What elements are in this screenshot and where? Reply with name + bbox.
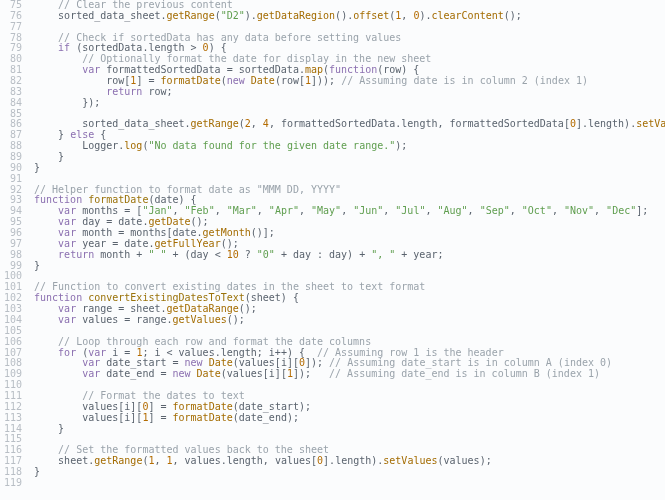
code-line[interactable]: } (34, 467, 665, 478)
token-keyword: return (58, 249, 94, 260)
token-punc: (); (221, 238, 239, 249)
token-punc: ]); (293, 368, 329, 379)
token-comment: // Format the dates to text (82, 390, 245, 401)
token-func: getRange (166, 10, 214, 21)
token-punc: (values); (437, 455, 491, 466)
code-line[interactable]: var date_end = new Date(values[i][1]); /… (34, 369, 665, 380)
token-punc: } (34, 466, 40, 477)
token-string: "Apr" (269, 205, 299, 216)
token-ident: values (82, 401, 118, 412)
token-punc: i = (106, 347, 136, 358)
token-keyword: else (70, 129, 94, 140)
token-ident: length (588, 118, 624, 129)
token-punc: , (401, 10, 413, 21)
token-ident: sheet (58, 455, 88, 466)
token-func: Date (251, 75, 275, 86)
token-func: offset (353, 10, 389, 21)
code-line[interactable]: return month + " " + (day < 10 ? "0" + d… (34, 250, 665, 261)
line-number: 77 (0, 22, 22, 33)
token-punc: ( (76, 347, 88, 358)
token-string: "Jul" (395, 205, 425, 216)
token-punc: , (594, 205, 606, 216)
token-punc: day = date. (76, 216, 148, 227)
token-punc: month + (94, 249, 148, 260)
token-punc: ) { (209, 42, 227, 53)
token-punc: month = months[date. (76, 227, 202, 238)
code-editor[interactable]: 7576777879808182838485868788899091929394… (0, 0, 665, 500)
code-line[interactable]: } (34, 163, 665, 174)
token-punc: ]); (305, 357, 329, 368)
token-comment: // Assuming date_end is in column B (ind… (329, 368, 600, 379)
token-punc: , (215, 205, 227, 216)
token-keyword: var (58, 205, 76, 216)
token-comment: // Clear the previous content (58, 0, 233, 10)
token-punc: (sheet) { (245, 292, 299, 303)
line-number: 84 (0, 98, 22, 109)
token-ident: length (335, 455, 371, 466)
code-line[interactable]: sheet.getRange(1, 1, values.length, valu… (34, 456, 665, 467)
code-line[interactable]: Logger.log("No data found for the given … (34, 141, 665, 152)
token-keyword: function (329, 64, 377, 75)
code-line[interactable]: sorted_data_sheet.getRange(2, 4, formatt… (34, 119, 665, 130)
code-line[interactable] (34, 478, 665, 489)
token-punc: date_start = (100, 357, 184, 368)
token-punc: (); (191, 216, 209, 227)
line-number: 105 (0, 326, 22, 337)
token-punc: ). (419, 10, 431, 21)
token-keyword: function (34, 194, 82, 205)
token-punc: + year; (395, 249, 443, 260)
token-string: "0" (257, 249, 275, 260)
token-func: getRange (94, 455, 142, 466)
token-punc: year = date. (76, 238, 154, 249)
token-punc: ]. (323, 455, 335, 466)
token-keyword: var (88, 347, 106, 358)
code-line[interactable]: values[i][1] = formatDate(date_end); (34, 413, 665, 424)
code-line[interactable]: } (34, 152, 665, 163)
token-punc: } (34, 260, 40, 271)
line-number-gutter: 7576777879808182838485868788899091929394… (0, 0, 30, 500)
token-punc: (); (227, 314, 245, 325)
code-line[interactable]: sorted_data_sheet.getRange("D2").getData… (34, 11, 665, 22)
code-area[interactable]: // Clear the previous content sorted_dat… (30, 0, 665, 500)
code-line[interactable]: }); (34, 98, 665, 109)
code-line[interactable]: } (34, 261, 665, 272)
token-punc: ? (239, 249, 257, 260)
line-number: 98 (0, 250, 22, 261)
line-number: 119 (0, 478, 22, 489)
token-keyword: return (106, 86, 142, 97)
token-func: setValues (383, 455, 437, 466)
token-string: "Aug" (437, 205, 467, 216)
code-line[interactable]: } (34, 424, 665, 435)
token-punc: formattedSortedData = sortedData. (100, 64, 305, 75)
token-punc: , formattedSortedData[ (437, 118, 569, 129)
token-punc: ]. (576, 118, 588, 129)
token-ident: row (106, 75, 124, 86)
token-string: "Jan" (142, 205, 172, 216)
token-string: "May" (311, 205, 341, 216)
token-comment: // Loop through each row and format the … (58, 336, 371, 347)
token-func: formatDate (173, 412, 233, 423)
token-keyword: var (58, 303, 76, 314)
token-func: getDate (148, 216, 190, 227)
token-keyword: for (58, 347, 76, 358)
token-punc: ] = (136, 75, 160, 86)
token-punc: { (94, 129, 106, 140)
token-punc: ). (371, 455, 383, 466)
token-punc: , formattedSortedData. (269, 118, 401, 129)
token-comment: // Function to convert existing dates in… (34, 281, 425, 292)
token-ident: length (227, 455, 263, 466)
token-num: 10 (227, 249, 239, 260)
token-ident: sorted_data_sheet (58, 10, 160, 21)
token-punc: , (251, 118, 263, 129)
token-keyword: new (172, 368, 190, 379)
token-keyword: if (58, 42, 70, 53)
code-line[interactable]: var values = range.getValues(); (34, 315, 665, 326)
token-punc: , (510, 205, 522, 216)
token-decl: convertExistingDatesToText (88, 292, 245, 303)
token-punc: range = sheet. (76, 303, 166, 314)
token-punc: , (468, 205, 480, 216)
token-comment: // Optionally format the date for displa… (82, 53, 431, 64)
code-line[interactable]: return row; (34, 87, 665, 98)
token-comment: // Set the formatted values back to the … (58, 444, 329, 455)
token-comment: // Check if sortedData has any data befo… (58, 32, 401, 43)
